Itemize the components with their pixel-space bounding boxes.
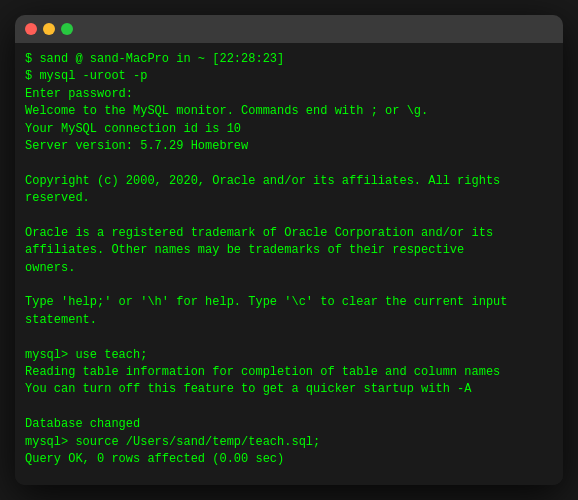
blank-line (25, 155, 553, 172)
command-line: mysql> use teach; (25, 347, 553, 364)
output-line: Server version: 5.7.29 Homebrew (25, 138, 553, 155)
blank-line (25, 399, 553, 416)
output-line: Enter password: (25, 86, 553, 103)
output-line: Welcome to the MySQL monitor. Commands e… (25, 103, 553, 120)
output-line: Reading table information for completion… (25, 364, 553, 381)
command-line: $ mysql -uroot -p (25, 68, 553, 85)
output-line: Oracle is a registered trademark of Orac… (25, 225, 553, 242)
close-button[interactable] (25, 23, 37, 35)
output-line: Type 'help;' or '\h' for help. Type '\c'… (25, 294, 553, 329)
maximize-button[interactable] (61, 23, 73, 35)
output-line: owners. (25, 260, 553, 277)
blank-line (25, 468, 553, 485)
output-line: Query OK, 0 rows affected (0.00 sec) (25, 451, 553, 468)
blank-line (25, 277, 553, 294)
traffic-lights (25, 23, 73, 35)
minimize-button[interactable] (43, 23, 55, 35)
blank-line (25, 329, 553, 346)
output-line: Copyright (c) 2000, 2020, Oracle and/or … (25, 173, 553, 208)
terminal-body[interactable]: $ sand @ sand-MacPro in ~ [22:28:23]$ my… (15, 43, 563, 485)
output-line: You can turn off this feature to get a q… (25, 381, 553, 398)
output-line: affiliates. Other names may be trademark… (25, 242, 553, 259)
command-line: mysql> source /Users/sand/temp/teach.sql… (25, 434, 553, 451)
output-line: Database changed (25, 416, 553, 433)
blank-line (25, 208, 553, 225)
output-line: Your MySQL connection id is 10 (25, 121, 553, 138)
output-line: $ sand @ sand-MacPro in ~ [22:28:23] (25, 51, 553, 68)
title-bar (15, 15, 563, 43)
terminal-window: $ sand @ sand-MacPro in ~ [22:28:23]$ my… (15, 15, 563, 485)
